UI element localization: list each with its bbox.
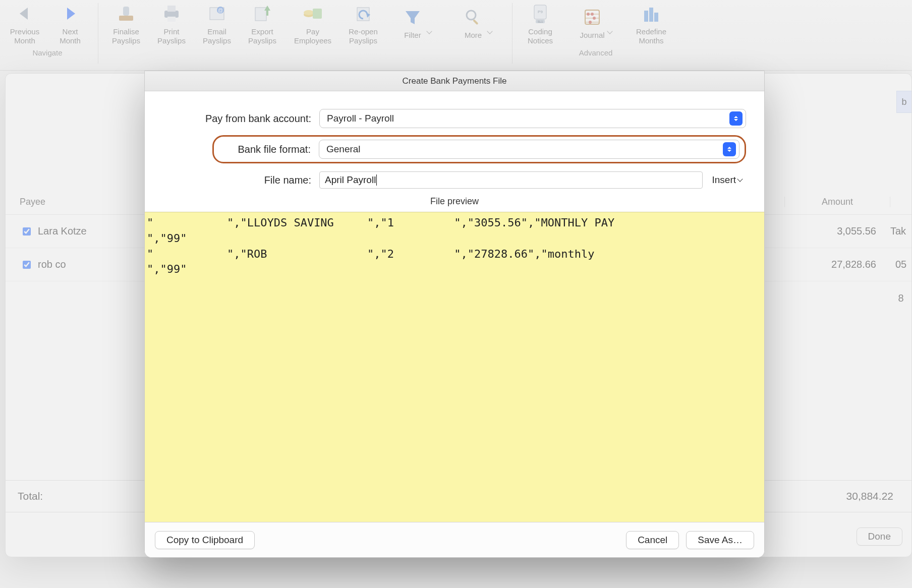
svg-rect-4 — [164, 11, 179, 18]
format-select[interactable]: General — [319, 140, 739, 159]
pay-employees-button[interactable]: Pay Employees — [285, 0, 340, 45]
export-label: Export Payslips — [248, 27, 276, 45]
document-icon: P9SL1 — [529, 2, 552, 25]
payee-amount: 27,828.66 — [784, 259, 890, 270]
reopen-payslips-button[interactable]: Re-open Payslips — [340, 0, 386, 45]
arrow-right-icon — [59, 2, 82, 25]
filter-button[interactable]: Filter — [386, 0, 446, 45]
reopen-icon — [352, 2, 375, 25]
dialog-title-text: Create Bank Payments File — [403, 76, 507, 86]
redefine-months-button[interactable]: Redefine Months — [629, 0, 674, 45]
export-icon — [251, 2, 274, 25]
filter-label: Filter — [404, 31, 421, 40]
print-label: Print Payslips — [157, 27, 186, 45]
select-stepper-icon — [723, 142, 736, 156]
partial-tab-label: b — [901, 97, 906, 107]
format-label: Bank file format: — [219, 144, 319, 155]
done-label: Done — [868, 531, 891, 542]
reopen-label: Re-open Payslips — [349, 27, 378, 45]
printer-icon — [160, 2, 183, 25]
toolbar-separator — [98, 3, 98, 64]
select-stepper-icon — [729, 111, 743, 126]
chevron-down-icon — [737, 176, 743, 182]
svg-rect-20 — [473, 19, 478, 25]
filename-label: File name: — [163, 174, 319, 186]
svg-rect-34 — [649, 8, 653, 22]
chevron-down-icon[interactable] — [487, 28, 492, 34]
svg-rect-15 — [313, 9, 322, 19]
toolbar-separator — [512, 3, 512, 64]
more-button[interactable]: More — [446, 0, 507, 45]
preview-label: File preview — [163, 196, 746, 207]
account-label: Pay from bank account: — [163, 113, 319, 125]
magnifier-icon — [462, 6, 485, 29]
row-checkbox[interactable] — [23, 260, 31, 269]
save-as-button[interactable]: Save As… — [686, 531, 754, 549]
email-label: Email Payslips — [203, 27, 231, 45]
insert-label: Insert — [712, 174, 736, 186]
advanced-caption: Advanced — [579, 48, 613, 57]
svg-rect-33 — [644, 11, 648, 22]
dialog-footer: Copy to Clipboard Cancel Save As… — [145, 522, 764, 557]
row-checkbox[interactable] — [23, 227, 31, 236]
funnel-icon — [401, 6, 424, 29]
total-value: 30,884.22 — [784, 490, 911, 502]
email-payslips-button[interactable]: @ Email Payslips — [194, 0, 240, 45]
journal-button[interactable]: Journal — [563, 0, 629, 45]
redefine-label: Redefine Months — [636, 27, 666, 45]
row-extra: 8 — [890, 292, 911, 304]
export-payslips-button[interactable]: Export Payslips — [240, 0, 285, 45]
col-header-amount[interactable]: Amount — [784, 197, 890, 207]
coding-label: Coding Notices — [528, 27, 553, 45]
cancel-label: Cancel — [638, 535, 667, 546]
svg-rect-6 — [167, 17, 176, 22]
svg-marker-0 — [20, 8, 28, 20]
text-caret — [376, 174, 377, 186]
abacus-icon — [581, 6, 604, 29]
svg-rect-5 — [167, 6, 176, 12]
copy-label: Copy to Clipboard — [166, 535, 243, 546]
pay-label: Pay Employees — [294, 27, 331, 45]
finalise-label: Finalise Payslips — [112, 27, 140, 45]
svg-point-29 — [587, 13, 590, 16]
row-extra: Tak — [890, 225, 911, 237]
svg-point-32 — [589, 21, 592, 24]
stamp-icon — [115, 2, 138, 25]
svg-marker-18 — [406, 11, 420, 24]
cancel-button[interactable]: Cancel — [626, 531, 679, 549]
journal-label: Journal — [580, 31, 604, 40]
svg-rect-12 — [266, 11, 268, 16]
svg-text:SL1: SL1 — [538, 20, 543, 23]
filename-input[interactable]: April Payroll — [319, 171, 703, 189]
payee-amount: 3,055.56 — [784, 225, 890, 237]
dialog-title: Create Bank Payments File — [145, 71, 764, 91]
copy-clipboard-button[interactable]: Copy to Clipboard — [155, 531, 255, 549]
svg-point-19 — [467, 11, 476, 20]
money-icon — [301, 2, 324, 25]
email-icon: @ — [205, 2, 229, 25]
chevron-down-icon[interactable] — [426, 28, 432, 34]
prev-month-button[interactable]: Previous Month — [2, 0, 47, 45]
format-highlight: Bank file format: General — [212, 135, 746, 163]
print-payslips-button[interactable]: Print Payslips — [149, 0, 194, 45]
insert-dropdown[interactable]: Insert — [708, 174, 746, 186]
coding-notices-button[interactable]: P9SL1 Coding Notices — [518, 0, 563, 45]
svg-rect-10 — [255, 8, 266, 21]
bars-icon — [640, 2, 663, 25]
prev-month-label: Previous Month — [10, 27, 39, 45]
more-label: More — [465, 31, 482, 40]
svg-rect-2 — [119, 16, 133, 21]
next-month-label: Next Month — [60, 27, 81, 45]
row-extra: 05 — [890, 259, 911, 270]
next-month-button[interactable]: Next Month — [47, 0, 93, 45]
svg-point-31 — [593, 17, 596, 20]
chevron-down-icon[interactable] — [607, 28, 612, 34]
save-label: Save As… — [698, 535, 743, 546]
navigate-caption: Navigate — [32, 48, 62, 57]
finalise-payslips-button[interactable]: Finalise Payslips — [103, 0, 149, 45]
svg-rect-35 — [654, 13, 658, 22]
account-select[interactable]: Payroll - Payroll — [319, 109, 746, 128]
partial-tab[interactable]: b — [896, 91, 911, 113]
done-button[interactable]: Done — [857, 527, 902, 546]
arrow-left-icon — [13, 2, 36, 25]
